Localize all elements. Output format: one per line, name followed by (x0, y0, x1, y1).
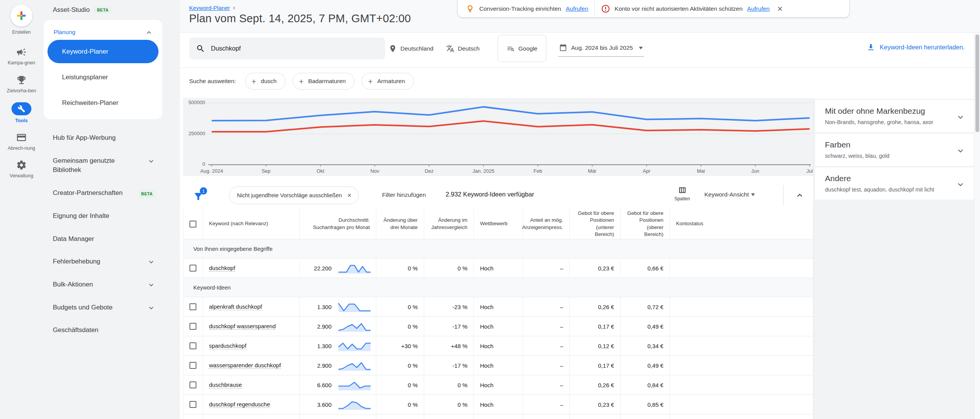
avg-searches-cell: 22.200 (300, 259, 376, 278)
row-checkbox[interactable] (189, 303, 196, 310)
refine-card-subtitle: Non-Brands, hansgrohe, grohe, hansa, axo… (825, 119, 952, 125)
sidebar-item-leistungsplaner[interactable]: Leistungsplaner (47, 65, 158, 89)
divider (180, 67, 974, 68)
avg-searches-value: 1.300 (317, 343, 332, 349)
rail-item-verwaltung[interactable]: Verwaltung (10, 160, 33, 179)
row-checkbox-cell (183, 395, 203, 414)
keyword-text[interactable]: alpenkraft duschkopf (209, 303, 262, 310)
sidebar-item-eignung-der-inhalte[interactable]: Eignung der Inhalte (43, 207, 165, 225)
sidebar-item-gemeinsame-bibliothek[interactable]: Gemeinsam genutzte Bibliothek (43, 152, 165, 179)
keyword-cell: duschbrause (203, 375, 300, 395)
refine-card-andere[interactable]: Andere duschkopf test, aquadon, duschkop… (815, 167, 974, 200)
column-header-bid-high[interactable]: Gebot für obere Positionen (oberer Berei… (621, 209, 670, 239)
keyword-text[interactable]: sparduschkopf (209, 342, 247, 349)
search-icon (196, 44, 205, 53)
sidebar-item-geschaeftsdaten[interactable]: Geschäftsdaten (43, 321, 165, 339)
sidebar-item-creator-partnerschaften[interactable]: Creator-PartnerschaftenBETA (43, 184, 165, 202)
keyword-text[interactable]: duschkopf regendusche (209, 401, 270, 408)
search-input[interactable] (211, 45, 378, 52)
sidebar-item-reichweiten-planer[interactable]: Reichweiten-Planer (47, 91, 158, 115)
select-all-checkbox-cell (183, 209, 203, 239)
add-filter-button[interactable]: Filter hinzufügen (382, 191, 426, 198)
notification-action-link[interactable]: Aufrufen (566, 5, 588, 12)
expand-chip-armaturen[interactable]: +Armaturen (361, 73, 414, 90)
sidebar: Asset-Studio BETA Planung Keyword-Planer… (43, 0, 165, 419)
rail-item-zielvorhaben[interactable]: Zielvorha-ben (7, 75, 36, 94)
row-checkbox[interactable] (189, 401, 196, 408)
column-header-change-3m[interactable]: Änderung über drei Monate (376, 209, 424, 239)
dropdown-arrow-icon (751, 193, 755, 196)
sidebar-item-bulk-aktionen[interactable]: Bulk-Aktionen (43, 276, 165, 294)
view-selector[interactable]: Keyword-Ansicht (704, 191, 755, 198)
sidebar-section-planung[interactable]: Planung (44, 28, 162, 38)
collapse-chart-button[interactable] (795, 190, 805, 200)
keyword-cell: wassersparender duschkopf (203, 356, 300, 375)
column-header-change-yoy[interactable]: Änderung im Jahresvergleich (424, 209, 474, 239)
keyword-text[interactable]: wassersparender duschkopf (209, 362, 281, 369)
row-checkbox[interactable] (189, 342, 196, 349)
row-checkbox[interactable] (189, 381, 196, 388)
rail-item-abrechnung[interactable]: Abrech-nung (8, 132, 35, 151)
chevron-down-icon[interactable] (956, 180, 965, 190)
rail-item-tools[interactable]: Tools (11, 102, 31, 124)
breadcrumb-link[interactable]: Keyword-Planer (189, 5, 230, 11)
account-status-cell (670, 317, 813, 336)
sidebar-item-data-manager[interactable]: Data Manager (43, 230, 165, 248)
close-icon[interactable]: × (777, 4, 782, 13)
row-checkbox[interactable] (189, 362, 196, 369)
bid-low-cell: 0,12 € (570, 336, 621, 356)
select-all-checkbox[interactable] (189, 221, 196, 228)
download-keyword-ideas-link[interactable]: Keyword-Ideen herunterladen. (866, 43, 965, 52)
row-checkbox-cell (183, 375, 203, 395)
column-header-keyword[interactable]: Keyword (nach Relevanz) (203, 209, 300, 239)
chevron-down-icon[interactable] (956, 146, 965, 156)
expand-chip-dusch[interactable]: +dusch (245, 73, 286, 90)
sidebar-item-label: Keyword-Planer (62, 48, 108, 56)
keyword-cell: alpenkraft duschkopf (203, 297, 300, 317)
notification-action-link[interactable]: Aufrufen (747, 5, 770, 12)
competition-cell: Hoch (474, 259, 523, 278)
filter-icon[interactable]: 1 (193, 188, 208, 203)
location-selector[interactable]: Deutschland (389, 33, 433, 64)
rail-label: Kampa-gnen (8, 60, 35, 66)
rail-item-erstellen[interactable]: Erstellen (10, 5, 33, 35)
refine-card-farben[interactable]: Farben schwarz, weiss, blau, gold (815, 134, 974, 166)
network-selector[interactable]: Google (498, 35, 546, 62)
column-header-impression-share[interactable]: Anteil an mög. Anzeigenimpress. (523, 209, 570, 239)
row-checkbox[interactable] (189, 323, 196, 330)
location-pin-icon (389, 44, 397, 53)
sidebar-item-keyword-planer[interactable]: Keyword-Planer (47, 40, 158, 63)
keyword-text[interactable]: duschkopf (209, 265, 235, 272)
impression-share-cell: – (523, 336, 570, 356)
rail-label: Erstellen (12, 29, 31, 35)
sidebar-item-hub-app-werbung[interactable]: Hub für App-Werbung (43, 129, 165, 147)
keyword-text[interactable]: duschkopf wassersparend (209, 323, 276, 330)
column-header-account-status[interactable]: Kontostatus (670, 209, 813, 239)
refine-card-markenbezug[interactable]: Mit oder ohne Markenbezug Non-Brands, ha… (815, 100, 974, 132)
scrollbar-thumb[interactable] (975, 34, 979, 132)
bid-low-cell: 0,26 € (570, 297, 621, 317)
sidebar-item-budgets-und-gebote[interactable]: Budgets und Gebote (43, 299, 165, 317)
keyword-text[interactable]: duschbrause (209, 381, 242, 388)
column-header-competition[interactable]: Wettbewerb (474, 209, 523, 239)
column-header-avg-searches[interactable]: Durchschnittl. Suchanfragen pro Monat (300, 209, 376, 239)
chevron-down-icon[interactable] (956, 112, 965, 122)
rail-item-kampagnen[interactable]: Kampa-gnen (8, 47, 35, 66)
column-header-bid-low[interactable]: Gebot für obere Positionen (unterer Bere… (570, 209, 621, 239)
row-checkbox-cell (183, 317, 203, 336)
keyword-cell: duschkopf wassersparend (203, 317, 300, 336)
expand-chip-badarmaturen[interactable]: +Badarmaturen (292, 73, 355, 90)
avg-searches-cell: 1.300 (300, 336, 376, 356)
table-cell-empty (183, 414, 203, 419)
table-section-entered-terms: Von Ihnen eingegebene Begriffe (183, 239, 813, 259)
sidebar-item-fehlerbehebung[interactable]: Fehlerbehebung (43, 253, 165, 271)
date-range-selector[interactable]: Aug. 2024 bis Juli 2025 (558, 33, 644, 64)
scrollbar-track (974, 33, 980, 419)
account-status-cell (670, 395, 813, 414)
language-selector[interactable]: Deutsch (446, 33, 480, 64)
columns-button[interactable]: Spalten (670, 185, 694, 201)
remove-filter-icon[interactable]: × (347, 191, 351, 200)
active-filter-chip[interactable]: Nicht jugendfreie Vorschläge ausschließe… (229, 187, 359, 204)
row-checkbox[interactable] (189, 265, 196, 272)
chevron-down-icon (147, 157, 155, 165)
